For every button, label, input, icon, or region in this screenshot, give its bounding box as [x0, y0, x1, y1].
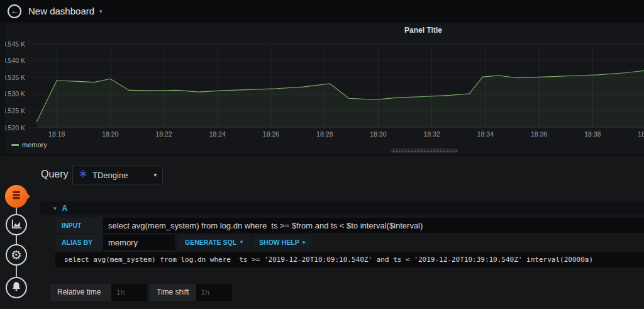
tabstrip-connector-line	[16, 196, 17, 288]
timeseries-chart: 3.545 K3.540 K3.535 K3.530 K3.525 K3.520…	[5, 23, 644, 154]
x-axis-tick-label: 18:28	[316, 130, 333, 138]
generate-sql-button[interactable]: GENERATE SQL ▾	[179, 235, 249, 250]
show-help-label: SHOW HELP	[259, 235, 299, 250]
alias-by-label: ALIAS BY	[55, 235, 103, 250]
x-axis-tick-label: 18:36	[531, 130, 547, 138]
tdengine-logo-icon	[79, 169, 87, 181]
input-sql-label: INPUT SQL	[55, 218, 103, 233]
chevron-down-icon: ▾	[153, 172, 157, 178]
datasource-name: TDengine	[92, 171, 128, 180]
time-shift-label: Time shift	[150, 284, 196, 301]
tab-queries[interactable]	[5, 185, 28, 208]
panel-editor: ⚙ Query TDengine	[0, 156, 644, 309]
tab-alert[interactable]	[6, 277, 27, 298]
query-section-title: Query	[41, 169, 69, 180]
x-axis-tick-label: 18:32	[423, 130, 440, 138]
time-shift-field[interactable]	[196, 284, 232, 301]
chevron-down-icon[interactable]: ▾	[99, 8, 103, 14]
tab-visualization[interactable]	[6, 214, 27, 235]
section-divider	[40, 277, 644, 278]
datasource-picker[interactable]: TDengine ▾	[72, 166, 163, 184]
tab-general[interactable]: ⚙	[6, 244, 27, 266]
graph-panel: Panel Title 3.545 K3.540 K3.535 K3.530 K…	[5, 23, 644, 154]
x-axis-tick-label: 18:22	[155, 130, 172, 138]
arrow-left-icon: ←	[11, 6, 19, 16]
chart-svg: 3.545 K3.540 K3.535 K3.530 K3.525 K3.520…	[5, 23, 644, 154]
relative-time-label: Relative time	[50, 284, 111, 301]
show-help-button[interactable]: SHOW HELP ▸	[253, 235, 312, 250]
alias-row: ALIAS BY GENERATE SQL ▾ SHOW HELP ▸	[55, 235, 312, 250]
x-axis-tick-label: 18:20	[102, 130, 118, 138]
legend-color-dash	[11, 144, 19, 146]
series-area-fill	[36, 70, 644, 128]
alias-by-field[interactable]	[103, 235, 175, 250]
generated-sql-preview: select avg(mem_system) from log.dn where…	[55, 252, 644, 267]
chevron-right-icon: ▸	[303, 235, 306, 250]
database-icon	[11, 189, 22, 203]
query-ref-row[interactable]: ▾ A	[40, 201, 644, 215]
y-axis-tick-label: 3.525 K	[5, 107, 25, 115]
legend: memory	[11, 141, 47, 149]
resize-drag-handle[interactable]	[391, 149, 458, 153]
y-axis-tick-label: 3.535 K	[5, 74, 25, 81]
generate-sql-label: GENERATE SQL	[185, 235, 236, 250]
y-axis-tick-label: 3.545 K	[5, 40, 25, 48]
x-axis-tick-label: 18:26	[263, 130, 279, 138]
x-axis-tick-label: 18:34	[477, 130, 494, 138]
back-button[interactable]: ←	[8, 4, 21, 18]
time-options-row: Relative time Time shift	[50, 284, 232, 301]
query-ref-id: A	[62, 204, 68, 213]
graph-icon	[11, 218, 23, 232]
x-axis-tick-label: 18:38	[584, 130, 601, 138]
legend-series-label[interactable]: memory	[22, 141, 47, 149]
y-axis-tick-label: 3.540 K	[5, 57, 25, 64]
y-axis-tick-label: 3.530 K	[5, 90, 25, 98]
x-axis-tick-label: 18:18	[48, 130, 65, 138]
gear-icon: ⚙	[11, 249, 22, 261]
x-axis-tick-label: 18:24	[209, 130, 226, 138]
top-navbar: ← New dashboard ▾	[0, 0, 644, 22]
dashboard-title[interactable]: New dashboard	[28, 6, 94, 16]
bell-icon	[11, 281, 22, 295]
relative-time-field[interactable]	[111, 284, 147, 301]
chevron-down-icon: ▾	[240, 235, 243, 250]
x-axis-tick-label: 18:40	[638, 130, 644, 138]
y-axis-tick-label: 3.520 K	[5, 124, 25, 132]
input-sql-field[interactable]	[103, 218, 644, 233]
x-axis-tick-label: 18:30	[370, 130, 386, 138]
collapse-caret-icon: ▾	[53, 205, 57, 211]
grafana-panel-edit-screen: ← New dashboard ▾ Panel Title 3.545 K3.5…	[0, 0, 644, 309]
